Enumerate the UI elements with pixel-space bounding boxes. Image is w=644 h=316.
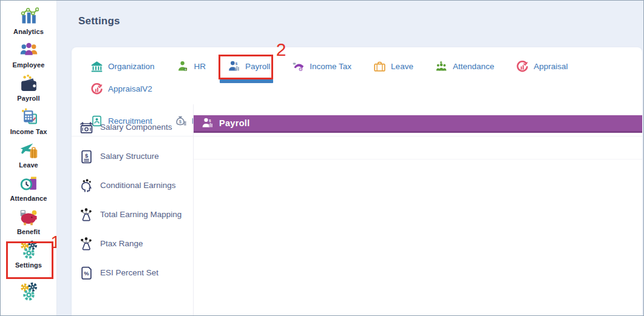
analytics-icon xyxy=(19,7,39,27)
sidebar-item-settings[interactable]: Settings 1 xyxy=(1,240,56,274)
tab-label: Attendance xyxy=(453,62,494,71)
sidebar-item-payroll[interactable]: Payroll xyxy=(1,73,56,107)
tab-label: AppraisalV2 xyxy=(108,84,152,93)
subnav-item-salary-structure[interactable]: $ Salary Structure xyxy=(76,149,189,164)
tab-label: Organization xyxy=(108,62,155,71)
tab-appraisalv2[interactable]: AppraisalV2 xyxy=(90,82,152,95)
sidebar-item-benefit[interactable]: Benefit xyxy=(1,207,56,240)
gears-icon xyxy=(19,240,39,260)
sidebar-label: Payroll xyxy=(17,95,39,102)
tab-label: Leave xyxy=(391,62,413,71)
subnav-item-ptax-range[interactable]: Ptax Range xyxy=(76,237,189,252)
piggy-bank-icon xyxy=(19,207,39,227)
sidebar-item-attendance[interactable]: Attendance xyxy=(1,173,56,207)
svg-text:D: D xyxy=(185,68,186,71)
tab-label: Payroll xyxy=(245,62,270,71)
tab-payroll[interactable]: $ Payroll 2 xyxy=(228,60,270,73)
annotation-step-number: 1 xyxy=(50,233,57,251)
svg-text:R: R xyxy=(300,69,302,71)
sidebar-item-analytics[interactable]: Analytics xyxy=(1,7,56,40)
tab-label: Income Tax xyxy=(310,62,351,71)
hand-tax-icon: R xyxy=(292,60,305,73)
subnav-label: Conditional Earnings xyxy=(100,181,176,190)
head-coins-icon xyxy=(79,178,94,193)
gauge-icon xyxy=(516,60,529,73)
wallet-icon xyxy=(19,73,39,93)
subnav-label: Ptax Range xyxy=(100,239,143,248)
tab-leave[interactable]: Leave xyxy=(373,60,413,73)
bank-icon xyxy=(90,60,103,73)
sidebar-item-leave[interactable]: Leave xyxy=(1,140,56,173)
payroll-person-icon: $ xyxy=(202,117,214,129)
sidebar-item-income-tax[interactable]: Income Tax xyxy=(1,107,56,140)
app-sidebar: Analytics Employee Payroll Income Tax Le xyxy=(1,1,57,315)
sidebar-label: Leave xyxy=(19,161,38,169)
svg-text:%: % xyxy=(84,271,89,277)
salary-doc-icon: $ xyxy=(79,149,94,164)
calculator-icon xyxy=(19,107,39,127)
payroll-subnav: Salary Components $ Salary Structure Con… xyxy=(72,104,194,315)
main-area: Settings Organization D HR xyxy=(57,1,643,315)
tab-label: HR xyxy=(194,62,206,71)
briefcase-icon xyxy=(373,60,386,73)
settings-card: Organization D HR $ Payroll 2 xyxy=(72,47,642,315)
sidebar-item-employee[interactable]: Employee xyxy=(1,40,56,73)
gears-icon xyxy=(19,282,39,302)
subnav-label: ESI Percent Set xyxy=(100,268,158,277)
subnav-item-conditional-earnings[interactable]: Conditional Earnings xyxy=(76,178,189,193)
sidebar-label: Settings xyxy=(15,261,42,269)
subnav-label: Salary Components xyxy=(100,123,172,132)
sidebar-label: Attendance xyxy=(10,195,47,202)
tab-attendance[interactable]: Attendance xyxy=(435,60,494,73)
mapping-icon xyxy=(79,207,94,223)
tab-appraisal[interactable]: Appraisal xyxy=(516,60,568,73)
payroll-panel: $ Payroll xyxy=(194,104,642,315)
tab-label: Appraisal xyxy=(534,62,568,71)
person-id-icon: D xyxy=(177,60,189,73)
svg-text:$: $ xyxy=(236,61,238,66)
page-title: Settings xyxy=(78,15,120,27)
subnav-label: Total Earning Mapping xyxy=(100,210,181,219)
mapping-icon xyxy=(79,237,94,252)
settings-page: Analytics Employee Payroll Income Tax Le xyxy=(0,0,644,316)
payroll-person-icon: $ xyxy=(228,60,240,73)
travel-icon xyxy=(19,140,39,160)
tab-organization[interactable]: Organization xyxy=(90,60,155,73)
clock-books-icon xyxy=(19,173,39,193)
subnav-item-salary-components[interactable]: Salary Components xyxy=(76,120,189,135)
sidebar-label: Employee xyxy=(13,61,45,69)
sidebar-label: Income Tax xyxy=(10,128,47,135)
subnav-item-total-earning-mapping[interactable]: Total Earning Mapping xyxy=(76,207,189,223)
sidebar-label: Benefit xyxy=(17,228,40,235)
team-icon xyxy=(435,60,448,73)
svg-text:$: $ xyxy=(85,153,89,159)
percent-doc-icon: % xyxy=(79,266,94,281)
svg-text:$: $ xyxy=(209,119,211,123)
panel-divider xyxy=(194,159,642,160)
banknotes-icon xyxy=(79,120,94,135)
active-tab-underline xyxy=(220,79,273,83)
employee-icon xyxy=(19,40,39,60)
annotation-step-number: 2 xyxy=(276,41,286,59)
panel-header: $ Payroll xyxy=(194,115,642,133)
subnav-label: Salary Structure xyxy=(100,152,159,161)
card-body: Salary Components $ Salary Structure Con… xyxy=(72,104,642,315)
gauge-icon xyxy=(90,82,103,95)
sidebar-label: Analytics xyxy=(13,28,44,35)
subnav-item-esi-percent-set[interactable]: % ESI Percent Set xyxy=(76,266,189,281)
tab-hr[interactable]: D HR xyxy=(177,60,206,73)
sidebar-item-bottom[interactable] xyxy=(1,282,56,315)
panel-title: Payroll xyxy=(219,118,249,128)
tab-income-tax[interactable]: R Income Tax xyxy=(292,60,351,73)
